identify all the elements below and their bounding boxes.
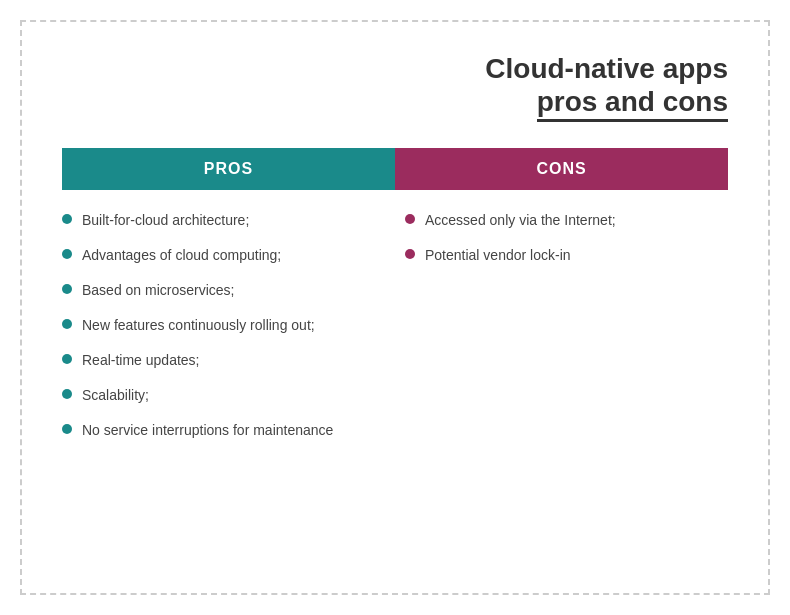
content-area: Built-for-cloud architecture;Advantages …: [62, 190, 728, 455]
title-line2: pros and cons: [537, 86, 728, 122]
bullet-icon: [62, 284, 72, 294]
bullet-icon: [62, 319, 72, 329]
bullet-icon: [405, 214, 415, 224]
slide-container: Cloud-native apps pros and cons PROS CON…: [20, 20, 770, 595]
bullet-text: Advantages of cloud computing;: [82, 245, 375, 266]
list-item: Potential vendor lock-in: [405, 245, 728, 266]
pros-list: Built-for-cloud architecture;Advantages …: [62, 210, 395, 455]
list-item: No service interruptions for maintenance: [62, 420, 375, 441]
list-item: Accessed only via the Internet;: [405, 210, 728, 231]
bullet-icon: [62, 354, 72, 364]
list-item: Advantages of cloud computing;: [62, 245, 375, 266]
bullet-text: Built-for-cloud architecture;: [82, 210, 375, 231]
bullet-text: Accessed only via the Internet;: [425, 210, 728, 231]
bullet-text: New features continuously rolling out;: [82, 315, 375, 336]
bullet-icon: [405, 249, 415, 259]
bullet-icon: [62, 249, 72, 259]
bullet-icon: [62, 424, 72, 434]
list-item: Based on microservices;: [62, 280, 375, 301]
list-item: Built-for-cloud architecture;: [62, 210, 375, 231]
title-area: Cloud-native apps pros and cons: [62, 52, 728, 118]
bullet-text: Scalability;: [82, 385, 375, 406]
bullet-text: Based on microservices;: [82, 280, 375, 301]
bullet-text: Real-time updates;: [82, 350, 375, 371]
pros-header: PROS: [62, 148, 395, 190]
list-item: Scalability;: [62, 385, 375, 406]
bullet-text: No service interruptions for maintenance: [82, 420, 375, 441]
title-line1: Cloud-native apps: [62, 52, 728, 86]
table-header: PROS CONS: [62, 148, 728, 190]
cons-header: CONS: [395, 148, 728, 190]
bullet-icon: [62, 214, 72, 224]
list-item: New features continuously rolling out;: [62, 315, 375, 336]
bullet-icon: [62, 389, 72, 399]
cons-list: Accessed only via the Internet;Potential…: [395, 210, 728, 455]
bullet-text: Potential vendor lock-in: [425, 245, 728, 266]
list-item: Real-time updates;: [62, 350, 375, 371]
